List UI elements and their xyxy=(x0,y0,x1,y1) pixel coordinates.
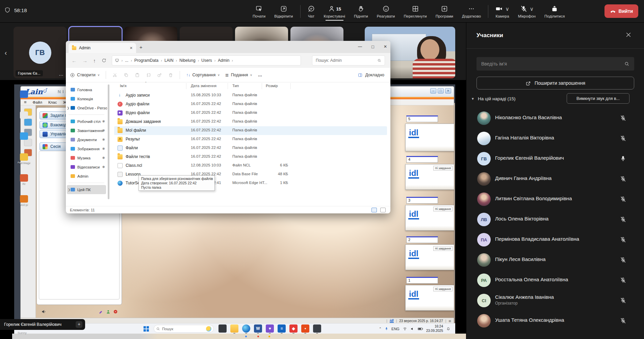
mic-muted-icon[interactable] xyxy=(620,297,626,304)
toolbar-користувачі[interactable]: 15Користувачі xyxy=(319,0,350,23)
mic-muted-icon[interactable] xyxy=(620,196,626,203)
mic-muted-icon[interactable] xyxy=(620,236,626,243)
tray-chevron-icon[interactable]: ⌃ xyxy=(379,327,382,331)
toolbar-мікрофон[interactable]: ∨Мікрофон xyxy=(514,0,540,23)
toolbar-переглянути[interactable]: Переглянути xyxy=(400,0,431,23)
minimize-button[interactable]: — xyxy=(358,44,362,49)
nav-item-завантаження[interactable]: Завантаження✱ xyxy=(66,126,107,135)
notification-bell-icon[interactable] xyxy=(446,327,450,331)
menu-файл[interactable]: Файл xyxy=(33,100,42,104)
participant-search-input[interactable]: Введіть ім'я xyxy=(476,57,634,71)
toolbar-додатково[interactable]: Додатково xyxy=(458,0,485,23)
participant-row[interactable]: Пікун Леся Василівна xyxy=(466,250,644,270)
participant-row[interactable]: ЛВЛось Олена Вікторівна xyxy=(466,209,644,230)
student-window-1[interactable]: idlНі завдання xyxy=(405,285,454,311)
file-row-файли[interactable]: Файли 16.07.2025 22:42 Папка файлів xyxy=(114,144,387,153)
file-row-відео-файли[interactable]: Відео файли 16.07.2025 22:42 Папка файлі… xyxy=(114,109,387,118)
participant-row[interactable]: Ушата Тетяна Олександрівна xyxy=(466,311,644,331)
notepad-icon[interactable] xyxy=(218,324,227,333)
side-tool-icon-2[interactable] xyxy=(24,119,32,126)
mic-on-icon[interactable] xyxy=(620,155,626,162)
nav-item-цей-пк[interactable]: ❯Цей ПК xyxy=(67,185,106,194)
col-name[interactable]: Ім'я xyxy=(120,84,127,88)
participant-row[interactable]: Дивнич Ганна Андріївна xyxy=(466,169,644,189)
expander-icon[interactable]: ❯ xyxy=(68,188,71,191)
taskbar-search[interactable]: Пошук xyxy=(154,325,214,333)
start-button[interactable] xyxy=(144,326,149,332)
crumb-Nibelung[interactable]: Nibelung xyxy=(179,58,195,63)
chevron-down-icon[interactable]: ∨ xyxy=(505,6,509,12)
desktop-icon-4[interactable]: Fast Image xyxy=(16,153,32,164)
desktop-icon-3[interactable] xyxy=(16,132,32,140)
mic-muted-icon[interactable] xyxy=(620,257,626,263)
close-button[interactable]: ✕ xyxy=(384,44,387,49)
red-app-icon[interactable]: ◆ xyxy=(289,324,298,333)
participant-row[interactable]: ГВГорелик Євгеній Валерійович xyxy=(466,149,644,169)
toolbar-відкріпити[interactable]: Відкріпити xyxy=(270,0,297,23)
nav-item-зображення[interactable]: Зображення✱ xyxy=(66,144,107,153)
taskbar-clock[interactable]: 16:24 23.09.2025 xyxy=(426,324,443,333)
file-row-мої-файли[interactable]: Мої файли 16.07.2025 22:42 Папка файлів xyxy=(114,126,387,135)
col-date[interactable]: Дата змінення xyxy=(191,84,216,88)
mic-muted-icon[interactable] xyxy=(620,135,626,142)
crumb-ProgramData[interactable]: ProgramData xyxy=(134,58,158,63)
plus-icon[interactable]: + xyxy=(76,321,82,328)
cut-icon[interactable] xyxy=(112,73,118,78)
participant-row[interactable]: Ніколаєнко Ольга Василівна xyxy=(466,108,644,128)
breadcrumb[interactable]: ›...›ProgramData›LAIN›Nibelung›Users›Adm… xyxy=(112,55,301,66)
participant-row[interactable]: ПАПермінова Владислава Анатоліївна xyxy=(466,230,644,250)
thumb-view-toggle[interactable] xyxy=(380,208,386,212)
toolbar-програми[interactable]: Програми xyxy=(431,0,458,23)
edge-icon[interactable] xyxy=(242,324,250,333)
details-toggle[interactable]: Докладно xyxy=(358,73,384,77)
more-commands-icon[interactable]: … xyxy=(258,73,262,77)
student-window-5[interactable]: idl xyxy=(405,124,454,151)
chevron-down-icon[interactable]: ∨ xyxy=(530,6,534,12)
nav-item-admin[interactable]: Admin xyxy=(66,172,107,181)
student-window-2[interactable]: idlНі завдання xyxy=(405,244,454,270)
participant-row[interactable]: Литвин Світлана Володимирівна xyxy=(466,189,644,209)
up-icon[interactable]: ↑ xyxy=(93,58,96,63)
col-type[interactable]: Тип xyxy=(232,84,239,88)
student-window-4[interactable]: idlНі завдання xyxy=(405,164,454,190)
toolbar-камера[interactable]: ∨Камера xyxy=(491,0,514,23)
toolbar-поділитися[interactable]: Поділитися xyxy=(540,0,569,23)
desktop-icon-6[interactable]: VLC pl xyxy=(16,195,32,206)
crumb-LAIN[interactable]: LAIN xyxy=(164,58,174,63)
tile-menu-icon[interactable]: … xyxy=(59,71,64,77)
menu-клас[interactable]: Клас xyxy=(48,100,57,104)
toolbar-реагувати[interactable]: Реагувати xyxy=(372,0,400,23)
mic-muted-icon[interactable] xyxy=(620,176,626,182)
record-stop-icon[interactable] xyxy=(113,309,118,314)
mute-all-button[interactable]: Вимкнути звук для в... xyxy=(567,93,629,104)
crumb-Admin[interactable]: Admin xyxy=(218,58,229,63)
student-tile-header-5[interactable]: 5 xyxy=(406,115,438,122)
video-tile-1[interactable]: ГВГорелик Єв...… xyxy=(14,27,67,78)
desktop-icon-5[interactable]: Fir xyxy=(16,174,32,185)
hamburger-icon[interactable]: ≡ xyxy=(24,100,27,105)
explorer-tab-admin[interactable]: Admin ✕ xyxy=(69,43,136,53)
explorer-search-box[interactable]: Пошук: Admin xyxy=(312,55,385,66)
share-invite-button[interactable]: Поширити запрошення xyxy=(476,77,634,89)
participant-row[interactable]: СІСікалюк Анжела ІванівнаОрганізатор xyxy=(466,290,644,311)
copy-icon[interactable] xyxy=(124,73,129,78)
forward-icon[interactable]: → xyxy=(82,58,87,63)
student-tile-header-4[interactable]: 4 xyxy=(406,156,438,163)
col-size[interactable]: Розмір xyxy=(266,84,278,88)
file-row-аудіо-записи[interactable]: Аудіо записи 15.08.2025 10:33 Папка файл… xyxy=(114,91,387,100)
nav-item-колекція[interactable]: Колекція xyxy=(66,94,107,103)
crumb-ellipsis[interactable]: ... xyxy=(125,58,128,63)
language-indicator[interactable]: ENG xyxy=(391,327,400,331)
nib-maximize-button[interactable]: □ xyxy=(438,88,444,94)
person-icon[interactable] xyxy=(106,310,110,314)
nib-minimize-button[interactable]: – xyxy=(430,88,436,94)
panel-close-icon[interactable] xyxy=(625,31,632,38)
participant-row[interactable]: РАРосстальна Олена Анатоліївна xyxy=(466,270,644,290)
paste-icon[interactable] xyxy=(135,73,140,78)
crumb-Users[interactable]: Users xyxy=(201,58,212,63)
in-meeting-section[interactable]: ▼ На цій нараді (15) Вимкнути звук для в… xyxy=(471,93,640,104)
nav-item-музика[interactable]: Музика✱ xyxy=(66,153,107,162)
nav-item-документи[interactable]: Документи✱ xyxy=(66,135,107,144)
student-tile-header-1[interactable]: 1 xyxy=(406,277,438,284)
tray-mic-icon[interactable] xyxy=(385,327,388,331)
